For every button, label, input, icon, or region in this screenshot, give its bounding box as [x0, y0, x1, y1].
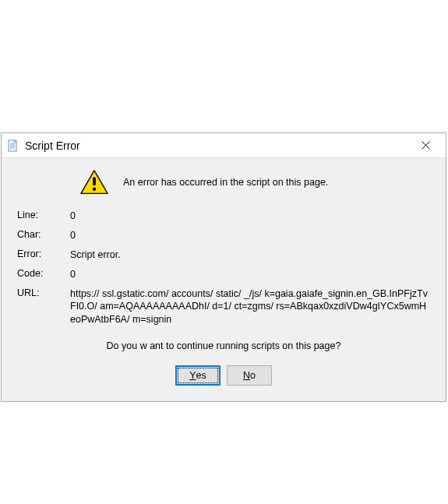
label-line: Line: — [17, 210, 70, 220]
close-icon — [422, 141, 430, 150]
value-code: 0 — [70, 268, 430, 281]
header-row: An error has occurred in the script on t… — [17, 169, 430, 196]
value-error: Script error. — [70, 248, 430, 262]
label-code: Code: — [17, 268, 70, 279]
yes-rest: es — [196, 370, 206, 381]
label-error: Error: — [17, 248, 70, 259]
row-char: Char: 0 — [17, 229, 430, 242]
value-url: https:// ssl.gstatic.com/ accounts/ stat… — [70, 287, 430, 327]
button-row: Yes No — [17, 365, 430, 386]
no-button[interactable]: No — [227, 365, 272, 386]
label-char: Char: — [17, 229, 70, 240]
row-url: URL: https:// ssl.gstatic.com/ accounts/… — [17, 287, 430, 327]
warning-icon — [79, 169, 109, 196]
label-url: URL: — [17, 287, 70, 298]
details-table: Line: 0 Char: 0 Error: Script error. Cod… — [17, 210, 430, 326]
row-code: Code: 0 — [17, 268, 430, 281]
continue-question: Do you w ant to continue running scripts… — [17, 340, 430, 351]
row-line: Line: 0 — [17, 210, 430, 223]
svg-rect-7 — [93, 177, 96, 185]
no-rest: o — [250, 370, 256, 381]
value-char: 0 — [70, 229, 430, 242]
header-message: An error has occurred in the script on t… — [123, 177, 328, 188]
dialog-body: An error has occurred in the script on t… — [2, 158, 446, 401]
script-error-dialog: Script Error An error has occurred in th… — [1, 132, 446, 402]
yes-mnemonic: Y — [189, 370, 196, 381]
yes-button[interactable]: Yes — [175, 365, 220, 386]
row-error: Error: Script error. — [17, 248, 430, 262]
no-mnemonic: N — [243, 370, 250, 381]
document-icon — [6, 139, 19, 152]
dialog-title: Script Error — [25, 139, 410, 152]
svg-point-8 — [93, 187, 96, 190]
value-line: 0 — [70, 210, 430, 223]
titlebar: Script Error — [2, 133, 446, 158]
close-button[interactable] — [410, 135, 441, 157]
